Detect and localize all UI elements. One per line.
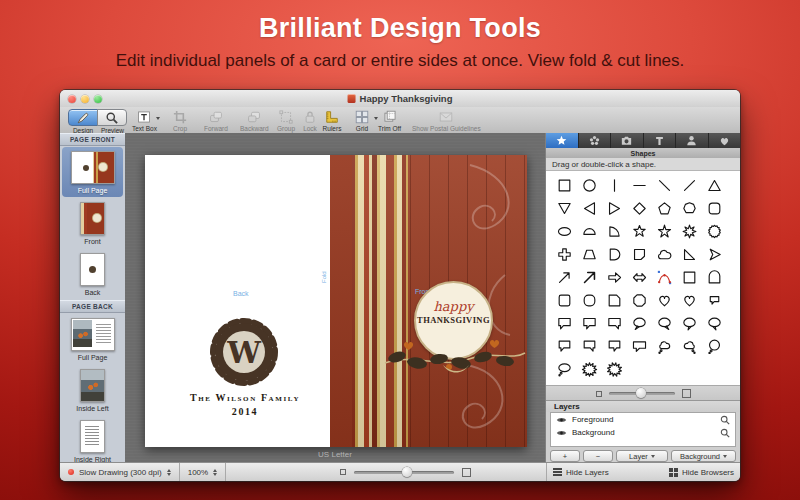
shape-line-horizontal-icon[interactable] bbox=[627, 174, 652, 197]
shape-bubble-rect-2-icon[interactable] bbox=[577, 312, 602, 335]
shape-rounded-square-icon[interactable] bbox=[702, 197, 727, 220]
shape-star-5-icon[interactable] bbox=[627, 220, 652, 243]
browser-tab-heart[interactable] bbox=[709, 133, 741, 148]
shape-bubble-small-icon[interactable] bbox=[702, 289, 727, 312]
page-thumbnail-inside-right[interactable]: Inside Right bbox=[62, 416, 123, 463]
card-back-panel[interactable] bbox=[145, 155, 330, 447]
year-text[interactable]: 2014 bbox=[155, 406, 335, 417]
shape-bubble-square-2-icon[interactable] bbox=[602, 335, 627, 358]
size-slider-thumb[interactable] bbox=[636, 388, 646, 398]
shape-square-2-icon[interactable] bbox=[677, 266, 702, 289]
shape-triangle-left-icon[interactable] bbox=[577, 197, 602, 220]
shape-octagon-icon[interactable] bbox=[627, 289, 652, 312]
shape-line-vertical-icon[interactable] bbox=[602, 174, 627, 197]
shape-line-diagonal-down-icon[interactable] bbox=[652, 174, 677, 197]
remove-layer-button[interactable]: − bbox=[583, 450, 613, 462]
shape-bubble-round-2-icon[interactable] bbox=[677, 312, 702, 335]
shape-half-round-rect-icon[interactable] bbox=[602, 243, 627, 266]
zoom-slider-thumb[interactable] bbox=[402, 467, 412, 477]
browser-tab-text[interactable] bbox=[644, 133, 677, 148]
shape-arrowhead-icon[interactable] bbox=[702, 243, 727, 266]
card-stripe-band[interactable] bbox=[352, 155, 410, 447]
shape-diamond-icon[interactable] bbox=[627, 197, 652, 220]
shape-triangle-down-icon[interactable] bbox=[552, 197, 577, 220]
browser-tab-clipart[interactable] bbox=[579, 133, 612, 148]
toolbar-grid-button[interactable]: Grid bbox=[352, 109, 372, 132]
shape-bubble-rect-icon[interactable] bbox=[552, 312, 577, 335]
shape-thought-oval-icon[interactable] bbox=[552, 358, 577, 381]
shape-bubble-square-wide-icon[interactable] bbox=[627, 335, 652, 358]
shape-bubble-round-icon[interactable] bbox=[627, 312, 652, 335]
shape-arrow-right-icon[interactable] bbox=[602, 266, 627, 289]
shape-rounded-square-3-icon[interactable] bbox=[577, 289, 602, 312]
shape-burst-2-icon[interactable] bbox=[602, 358, 627, 381]
leaf-garland-decoration[interactable] bbox=[383, 335, 527, 377]
shape-bezier-curve-icon[interactable] bbox=[652, 266, 677, 289]
shape-bubble-round-flip-2-icon[interactable] bbox=[702, 312, 727, 335]
toolbar-preview-button[interactable]: Preview bbox=[98, 109, 127, 134]
quality-stepper[interactable] bbox=[167, 467, 171, 478]
zoom-slider-track[interactable] bbox=[354, 471, 454, 474]
shape-quarter-circle-icon[interactable] bbox=[602, 220, 627, 243]
shape-bubble-square-flip-icon[interactable] bbox=[577, 335, 602, 358]
shape-round-top-square-icon[interactable] bbox=[702, 266, 727, 289]
add-layer-button[interactable]: + bbox=[550, 450, 580, 462]
hide-browsers-button[interactable]: Hide Browsers bbox=[669, 468, 734, 477]
magnifier-icon[interactable] bbox=[720, 415, 730, 425]
shape-heart-icon[interactable] bbox=[652, 289, 677, 312]
shape-rounded-square-2-icon[interactable] bbox=[552, 289, 577, 312]
shape-arrow-double-icon[interactable] bbox=[627, 266, 652, 289]
shape-line-diagonal-up-icon[interactable] bbox=[677, 174, 702, 197]
magnifier-icon[interactable] bbox=[720, 428, 730, 438]
layer-menu-button[interactable]: Layer bbox=[616, 450, 668, 462]
hide-layers-button[interactable]: Hide Layers bbox=[553, 468, 609, 477]
shape-thought-round-icon[interactable] bbox=[702, 335, 727, 358]
minimize-button[interactable] bbox=[81, 95, 89, 103]
toolbar-design-button[interactable]: Design bbox=[68, 109, 98, 134]
background-menu-button[interactable]: Background bbox=[671, 450, 736, 462]
eye-visibility-icon[interactable] bbox=[556, 429, 567, 437]
browser-tab-star[interactable] bbox=[546, 133, 579, 148]
shape-right-triangle-icon[interactable] bbox=[677, 243, 702, 266]
shape-cut-corner-square-icon[interactable] bbox=[602, 289, 627, 312]
shape-thought-cloud-icon[interactable] bbox=[652, 335, 677, 358]
shape-arrow-ne-thin-icon[interactable] bbox=[552, 266, 577, 289]
page-thumbnail-full-page[interactable]: Full Page bbox=[62, 314, 123, 364]
zoom-in-icon[interactable] bbox=[462, 468, 471, 477]
size-slider-track[interactable] bbox=[609, 392, 675, 395]
shape-star-5-slim-icon[interactable] bbox=[652, 220, 677, 243]
shape-triangle-right-icon[interactable] bbox=[602, 197, 627, 220]
shape-heptagon-icon[interactable] bbox=[677, 197, 702, 220]
shape-cross-icon[interactable] bbox=[552, 243, 577, 266]
shape-triangle-up-icon[interactable] bbox=[702, 174, 727, 197]
layer-row-foreground[interactable]: Foreground bbox=[551, 413, 735, 426]
shape-cloud-icon[interactable] bbox=[652, 243, 677, 266]
render-quality-control[interactable]: Slow Drawing (300 dpi) 100% bbox=[68, 463, 229, 481]
toolbar-rulers-button[interactable]: Rulers bbox=[322, 109, 342, 132]
monogram-badge[interactable]: W bbox=[209, 317, 279, 387]
page-thumbnail-front[interactable]: Front bbox=[62, 198, 123, 248]
toolbar-text-box-button[interactable]: Text Box bbox=[132, 109, 157, 132]
shape-oval-icon[interactable] bbox=[552, 220, 577, 243]
shape-arrow-ne-icon[interactable] bbox=[577, 266, 602, 289]
shape-size-slider[interactable] bbox=[546, 385, 740, 401]
eye-visibility-icon[interactable] bbox=[556, 416, 567, 424]
zoom-out-icon[interactable] bbox=[340, 469, 346, 475]
browser-tab-person[interactable] bbox=[676, 133, 709, 148]
browser-tab-camera[interactable] bbox=[611, 133, 644, 148]
close-button[interactable] bbox=[68, 95, 76, 103]
shape-plaque-icon[interactable] bbox=[627, 243, 652, 266]
layer-row-background[interactable]: Background bbox=[551, 426, 735, 439]
toolbar-trim-off-button[interactable]: Trim Off bbox=[378, 109, 401, 132]
shape-heart-2-icon[interactable] bbox=[677, 289, 702, 312]
card-spread[interactable]: Back Front Fold W The Wilson Family 2014 bbox=[145, 155, 527, 447]
shape-bubble-square-icon[interactable] bbox=[552, 335, 577, 358]
card-front-panel-edge[interactable] bbox=[330, 155, 352, 447]
shape-circle-icon[interactable] bbox=[577, 174, 602, 197]
shape-burst-1-icon[interactable] bbox=[577, 358, 602, 381]
page-thumbnail-back[interactable]: Back bbox=[62, 249, 123, 299]
shape-seal-star-icon[interactable] bbox=[702, 220, 727, 243]
zoom-button[interactable] bbox=[94, 95, 102, 103]
zoom-stepper[interactable] bbox=[213, 467, 217, 478]
shape-semicircle-icon[interactable] bbox=[577, 220, 602, 243]
